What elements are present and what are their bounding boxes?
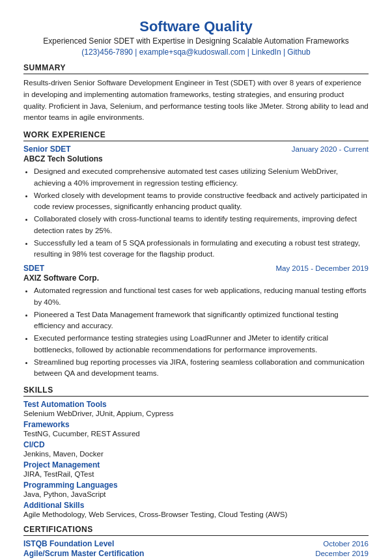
job-dates-2: May 2015 - December 2019 [275, 264, 369, 272]
skill-category-3: Project Management JIRA, TestRail, QTest [23, 460, 369, 478]
job-company-1: ABCZ Tech Solutions [23, 154, 369, 163]
cert-date-1: December 2019 [315, 550, 369, 557]
header: Software Quality Experienced Senior SDET… [23, 18, 369, 57]
bullet-1-1: Designed and executed comprehensive auto… [34, 166, 369, 189]
skill-items-5: Agile Methodology, Web Services, Cross-B… [23, 511, 369, 518]
skill-cat-label-2: CI/CD [23, 440, 369, 449]
resume-tagline: Experienced Senior SDET with Expertise i… [23, 36, 369, 46]
skills-section: SKILLS Test Automation Tools Selenium We… [23, 385, 369, 518]
bullet-2-2: Pioneered a Test Data Management framewo… [34, 309, 369, 332]
skill-category-5: Additional Skills Agile Methodology, Web… [23, 501, 369, 518]
skill-category-2: CI/CD Jenkins, Maven, Docker [23, 440, 369, 458]
bullet-1-4: Successfully led a team of 5 SQA profess… [34, 238, 369, 260]
bullet-2-1: Automated regression and functional test… [34, 285, 369, 308]
bullet-1-3: Collaborated closely with cross-function… [34, 214, 369, 236]
work-experience-section: WORK EXPERIENCE Senior SDET January 2020… [23, 130, 369, 379]
skill-category-0: Test Automation Tools Selenium WebDriver… [23, 400, 369, 417]
resume-contact: (123)456-7890 | example+sqa@kudoswall.co… [23, 48, 369, 57]
job-title-1: Senior SDET [23, 145, 71, 154]
resume-name: Software Quality [23, 18, 369, 35]
cert-row-1: Agile/Scrum Master Certification Decembe… [23, 549, 369, 558]
job-company-2: AXIZ Software Corp. [23, 273, 369, 283]
bullet-2-4: Streamlined bug reporting processes via … [34, 357, 369, 380]
job-header-2: SDET May 2015 - December 2019 [23, 264, 369, 273]
skill-items-0: Selenium WebDriver, JUnit, Appium, Cypre… [23, 410, 369, 417]
skill-items-4: Java, Python, JavaScript [23, 490, 369, 498]
job-dates-1: January 2020 - Current [292, 145, 369, 153]
bullet-1-2: Worked closely with development teams to… [34, 190, 369, 213]
skills-title: SKILLS [23, 385, 369, 397]
skill-category-1: Frameworks TestNG, Cucumber, REST Assure… [23, 420, 369, 438]
cert-name-0: ISTQB Foundation Level [23, 539, 114, 548]
cert-name-1: Agile/Scrum Master Certification [23, 549, 144, 558]
linkedin-link[interactable]: LinkedIn [251, 48, 281, 57]
bullet-2-3: Executed performance testing strategies … [34, 333, 369, 356]
github-link[interactable]: Github [287, 48, 310, 57]
summary-section: SUMMARY Results-driven Senior Software D… [23, 63, 369, 124]
skill-category-4: Programming Languages Java, Python, Java… [23, 481, 369, 498]
skill-items-3: JIRA, TestRail, QTest [23, 470, 369, 478]
skill-cat-label-3: Project Management [23, 460, 369, 469]
summary-title: SUMMARY [23, 63, 369, 74]
summary-text: Results-driven Senior Software Developme… [23, 77, 369, 124]
certifications-title: CERTIFICATIONS [23, 525, 369, 536]
skill-items-1: TestNG, Cucumber, REST Assured [23, 430, 369, 438]
phone: (123)456-7890 [81, 48, 133, 57]
job-title-2: SDET [23, 264, 44, 273]
work-experience-title: WORK EXPERIENCE [23, 130, 369, 141]
skill-cat-label-5: Additional Skills [23, 501, 369, 510]
skill-cat-label-4: Programming Languages [23, 481, 369, 490]
email-link[interactable]: example+sqa@kudoswall.com [139, 48, 245, 57]
skill-cat-label-1: Frameworks [23, 420, 369, 429]
cert-row-0: ISTQB Foundation Level October 2016 [23, 539, 369, 548]
skill-items-2: Jenkins, Maven, Docker [23, 450, 369, 458]
certifications-section: CERTIFICATIONS ISTQB Foundation Level Oc… [23, 525, 369, 558]
job-header-1: Senior SDET January 2020 - Current [23, 145, 369, 154]
cert-date-0: October 2016 [323, 540, 369, 548]
skill-cat-label-0: Test Automation Tools [23, 400, 369, 409]
resume-container: Software Quality Experienced Senior SDET… [23, 18, 369, 560]
job-bullets-2: Automated regression and functional test… [23, 285, 369, 379]
job-bullets-1: Designed and executed comprehensive auto… [23, 166, 369, 260]
